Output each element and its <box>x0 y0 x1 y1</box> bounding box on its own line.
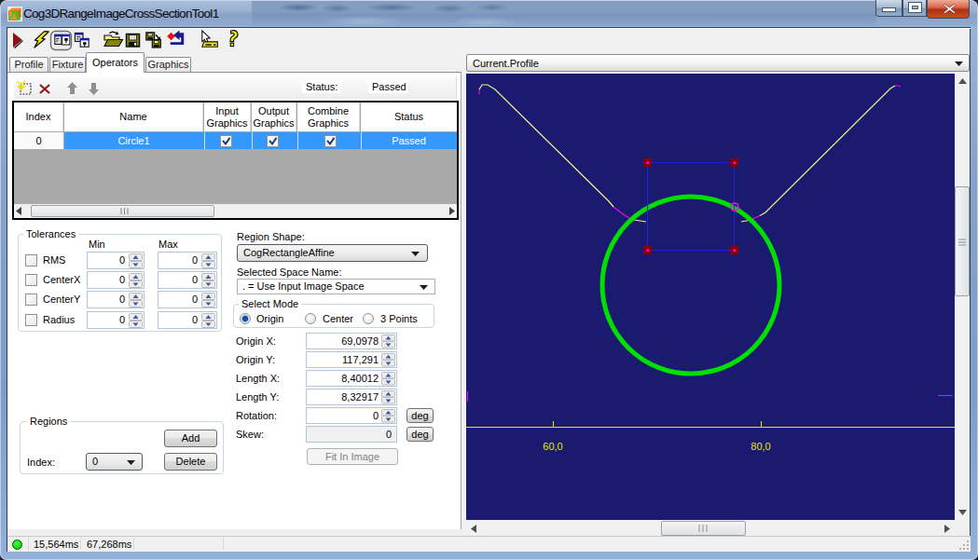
svg-text:8,32917: 8,32917 <box>341 391 379 403</box>
svg-text:80,0: 80,0 <box>751 441 770 452</box>
svg-text:60,0: 60,0 <box>543 441 562 452</box>
svg-text:8,40012: 8,40012 <box>341 373 379 384</box>
svg-text:117,291: 117,291 <box>342 354 379 365</box>
svg-text:0: 0 <box>386 429 392 440</box>
svg-text:0: 0 <box>119 254 125 266</box>
svg-text:69,0978: 69,0978 <box>341 335 379 347</box>
svg-text:0: 0 <box>373 410 379 421</box>
